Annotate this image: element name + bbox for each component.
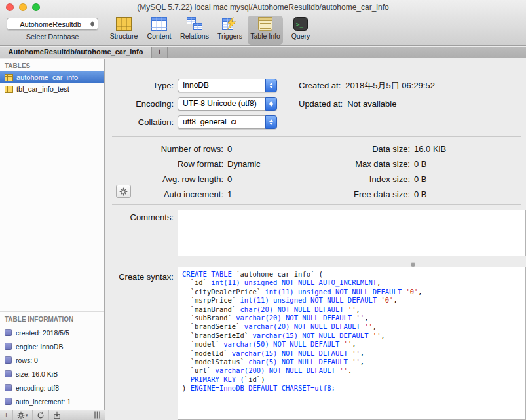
collation-label: Collation: bbox=[105, 115, 174, 129]
structure-icon bbox=[116, 17, 132, 31]
info-item: auto_increment: 1 bbox=[0, 394, 104, 408]
zoom-button[interactable] bbox=[32, 3, 40, 11]
info-badge-icon bbox=[5, 370, 12, 377]
info-text: size: 16.0 KiB bbox=[16, 370, 58, 378]
svg-text:>_: >_ bbox=[296, 21, 303, 28]
stepper-icon bbox=[265, 115, 277, 129]
info-text: auto_increment: 1 bbox=[16, 398, 71, 406]
table-information-section: TABLE INFORMATION created: 2018/5/5 engi… bbox=[0, 311, 104, 410]
stat-value: 0 B bbox=[414, 174, 427, 185]
new-tab-button[interactable]: + bbox=[152, 47, 168, 58]
export-button[interactable] bbox=[49, 410, 65, 420]
gear-icon bbox=[119, 187, 128, 196]
encoding-select-value: UTF-8 Unicode (utf8) bbox=[178, 98, 265, 110]
toggle-console-button[interactable] bbox=[90, 410, 105, 420]
stat-label: Avg. row length: bbox=[105, 174, 223, 185]
close-button[interactable] bbox=[6, 3, 14, 11]
toolbar-triggers[interactable]: Triggers bbox=[212, 16, 248, 45]
minimize-button[interactable] bbox=[19, 3, 27, 11]
caret-down-icon: ▾ bbox=[26, 413, 28, 418]
toolbar-label: Relations bbox=[180, 32, 209, 40]
add-table-button[interactable]: + bbox=[0, 410, 12, 420]
stat-value: 0 B bbox=[414, 159, 427, 170]
comments-label: Comments: bbox=[105, 210, 174, 224]
updated-at-label: Updated at: bbox=[299, 99, 343, 109]
info-item: rows: 0 bbox=[0, 353, 104, 367]
window-header: (MySQL 5.7.22) local mac mysql/AutohomeR… bbox=[0, 0, 526, 46]
toolbar-query[interactable]: >_ Query bbox=[283, 16, 318, 45]
table-row[interactable]: autohome_car_info bbox=[0, 71, 104, 83]
refresh-icon bbox=[37, 411, 45, 419]
stepper-icon bbox=[265, 97, 277, 111]
info-badge-icon bbox=[5, 329, 12, 336]
collation-select[interactable]: utf8_general_ci bbox=[178, 115, 277, 129]
info-item: size: 16.0 KiB bbox=[0, 367, 104, 381]
console-toggle-icon bbox=[94, 411, 101, 419]
info-badge-icon bbox=[5, 398, 12, 405]
database-select-label: Select Database bbox=[7, 33, 98, 41]
info-badge-icon bbox=[5, 384, 12, 391]
export-box-icon bbox=[53, 411, 61, 419]
created-at-row: Created at:2018年5月5日 06:29:52 bbox=[299, 79, 435, 92]
tab-bar: AutohomeResultdb/autohome_car_info + bbox=[0, 47, 526, 58]
table-icon bbox=[5, 86, 13, 93]
main-panel: Type: InnoDB Created at:2018年5月5日 06:29:… bbox=[105, 59, 526, 420]
table-name: autohome_car_info bbox=[16, 73, 78, 81]
toolbar-structure[interactable]: Structure bbox=[106, 16, 141, 45]
title-bar: (MySQL 5.7.22) local mac mysql/AutohomeR… bbox=[0, 0, 526, 14]
divider bbox=[112, 136, 521, 137]
relations-icon bbox=[187, 17, 202, 31]
updated-at-row: Updated at:Not available bbox=[299, 97, 396, 111]
table-name: tbl_car_info_test bbox=[16, 85, 69, 93]
tables-header: TABLES bbox=[0, 59, 104, 71]
comments-input[interactable] bbox=[178, 210, 526, 256]
splitter-handle[interactable] bbox=[411, 262, 415, 267]
info-text: created: 2018/5/5 bbox=[16, 329, 69, 337]
created-at-label: Created at: bbox=[299, 81, 341, 90]
stat-value: 0 bbox=[227, 144, 232, 155]
sidebar: TABLES autohome_car_info tbl_car_info_te… bbox=[0, 59, 105, 410]
type-select[interactable]: InnoDB bbox=[178, 79, 277, 92]
toolbar-table-info[interactable]: Table Info bbox=[248, 16, 283, 45]
database-select-area: AutohomeResultdb Select Database bbox=[7, 18, 98, 41]
created-at-value: 2018年5月5日 06:29:52 bbox=[345, 81, 435, 90]
query-icon: >_ bbox=[293, 17, 309, 31]
create-syntax-label: Create syntax: bbox=[105, 270, 174, 284]
table-options-button[interactable] bbox=[116, 185, 131, 198]
active-tab[interactable]: AutohomeResultdb/autohome_car_info bbox=[0, 47, 152, 58]
toolbar-content[interactable]: Content bbox=[141, 16, 177, 45]
stat-value: 0 bbox=[227, 174, 232, 185]
toolbar: Structure Content Rel bbox=[106, 16, 318, 45]
type-select-value: InnoDB bbox=[178, 79, 265, 92]
stat-value: 16.0 KiB bbox=[414, 144, 446, 155]
divider bbox=[112, 204, 521, 205]
encoding-select[interactable]: UTF-8 Unicode (utf8) bbox=[178, 97, 277, 111]
toolbar-label: Query bbox=[291, 32, 310, 40]
actions-gear-button[interactable]: ▾ bbox=[13, 410, 32, 420]
stepper-icon bbox=[265, 79, 277, 92]
window-title: (MySQL 5.7.22) local mac mysql/AutohomeR… bbox=[0, 0, 526, 14]
updated-at-value: Not available bbox=[347, 99, 396, 109]
stat-label: Index size: bbox=[299, 174, 410, 185]
database-select[interactable]: AutohomeResultdb bbox=[7, 18, 98, 30]
type-label: Type: bbox=[105, 79, 174, 92]
info-item: created: 2018/5/5 bbox=[0, 326, 104, 339]
table-information-header: TABLE INFORMATION bbox=[0, 314, 104, 326]
encoding-label: Encoding: bbox=[105, 97, 174, 111]
toolbar-label: Triggers bbox=[217, 32, 242, 40]
info-item: engine: InnoDB bbox=[0, 339, 104, 353]
create-syntax-code[interactable]: CREATE TABLE `autohome_car_info` ( `id` … bbox=[178, 267, 526, 420]
table-info-icon bbox=[257, 17, 273, 31]
stepper-icon bbox=[88, 21, 98, 27]
table-row[interactable]: tbl_car_info_test bbox=[0, 83, 104, 95]
info-badge-icon bbox=[5, 343, 12, 350]
stat-value: Dynamic bbox=[227, 159, 261, 170]
info-item: encoding: utf8 bbox=[0, 381, 104, 394]
stat-value: 0 B bbox=[414, 189, 427, 200]
sidebar-bottom-bar: + ▾ bbox=[0, 410, 105, 420]
info-text: engine: InnoDB bbox=[16, 343, 63, 351]
stat-label: Free data size: bbox=[299, 189, 410, 200]
toolbar-relations[interactable]: Relations bbox=[177, 16, 212, 45]
stat-label: Row format: bbox=[105, 159, 223, 170]
refresh-button[interactable] bbox=[33, 410, 48, 420]
